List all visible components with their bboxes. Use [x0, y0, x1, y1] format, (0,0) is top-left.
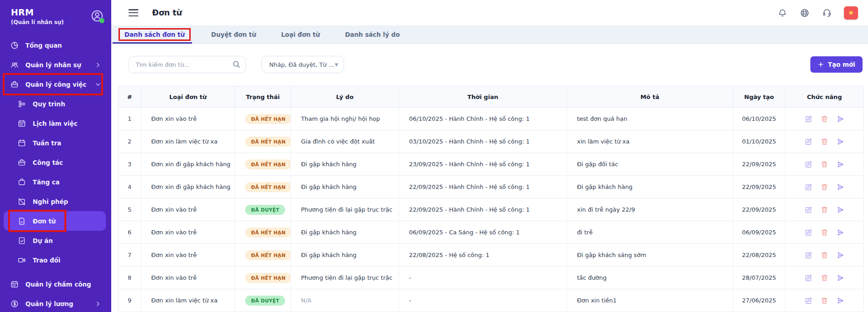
cell-status: ĐÃ HẾT HẠN: [235, 130, 291, 153]
cell-request-type: Đơn xin vào trễ: [141, 267, 235, 289]
sidebar-item-quan-ly-luong[interactable]: Quản lý lương: [4, 294, 106, 312]
sidebar-item-lich-lam-viec[interactable]: Lịch làm việc: [4, 114, 106, 133]
send-icon[interactable]: [836, 228, 844, 237]
cell-description: xin đi trễ ngày 22/9: [567, 198, 733, 221]
sidebar-item-quan-ly-cham-cong[interactable]: Quản lý chấm công: [4, 274, 106, 294]
vietnam-flag-icon[interactable]: ★: [844, 6, 858, 20]
cell-time: 22/08/2025 - Hệ số công: 1: [399, 244, 567, 266]
sidebar-item-label: Tuần tra: [33, 139, 61, 147]
headset-icon[interactable]: [822, 8, 832, 18]
sidebar-item-cong-tac[interactable]: Công tác: [4, 153, 106, 172]
send-icon[interactable]: [836, 251, 844, 259]
edit-icon[interactable]: [804, 251, 813, 259]
cell-reason: Phương tiện đi lại gặp trục trặc: [291, 198, 399, 221]
column-header: Loại đơn từ: [141, 86, 235, 107]
send-icon[interactable]: [836, 297, 844, 305]
sidebar-item-label: Quản lý chấm công: [25, 281, 91, 288]
sidebar-item-nghi-phep[interactable]: Nghỉ phép: [4, 192, 106, 211]
cell-row-number: 2: [118, 130, 141, 153]
send-icon[interactable]: [836, 206, 844, 214]
cell-description: Đơn xin tiền1: [567, 289, 733, 312]
cell-created-date: 27/06/2025: [733, 289, 785, 312]
sidebar-item-quy-trinh[interactable]: Quy trình: [4, 94, 106, 114]
trash-icon[interactable]: [820, 183, 829, 191]
calendar-grid-icon: [10, 280, 19, 289]
sidebar: HRM (Quản lí nhân sự) Tổng quanQuản lý n…: [0, 0, 111, 312]
sidebar-item-quan-ly-cong-viec[interactable]: Quản lý công việc: [4, 74, 106, 94]
trash-icon[interactable]: [820, 206, 829, 214]
cell-reason: N/A: [291, 289, 399, 312]
workflow-icon: [17, 99, 26, 109]
column-header: Lý do: [291, 86, 399, 107]
trash-icon[interactable]: [820, 251, 829, 259]
trash-icon[interactable]: [820, 228, 829, 237]
search-box: [128, 56, 246, 73]
cell-reason: Đi gặp khách hàng: [291, 221, 399, 243]
send-icon[interactable]: [836, 160, 844, 168]
tab-duyet-don-tu[interactable]: Duyệt đơn từ: [207, 25, 261, 44]
calendar-icon: [17, 139, 26, 148]
trash-icon[interactable]: [820, 138, 829, 146]
tab-loai-don-tu[interactable]: Loại đơn từ: [276, 25, 325, 44]
cell-description: đi trễ: [567, 221, 733, 243]
create-new-button[interactable]: + Tạo mới: [810, 56, 863, 73]
search-input[interactable]: [128, 56, 246, 73]
sidebar-item-label: Quản lý nhân sự: [25, 61, 81, 69]
send-icon[interactable]: [836, 183, 844, 191]
bell-icon[interactable]: [777, 8, 787, 18]
status-badge: ĐÃ HẾT HẠN: [245, 114, 291, 124]
cell-status: ĐÃ DUYỆT: [235, 198, 291, 221]
cell-reason: Gia đình có việc đột xuất: [291, 130, 399, 153]
sidebar-item-tong-quan[interactable]: Tổng quan: [4, 35, 106, 55]
trash-icon[interactable]: [820, 115, 829, 123]
status-filter-select[interactable]: Nháp, Đã duyệt, Từ ... ▼: [261, 56, 344, 73]
edit-icon[interactable]: [804, 115, 813, 123]
trash-icon[interactable]: [820, 297, 829, 305]
edit-icon[interactable]: [804, 274, 813, 282]
edit-icon[interactable]: [804, 138, 813, 146]
cell-description: Đi gặp đối tác: [567, 153, 733, 175]
sidebar-item-quan-ly-nhan-su[interactable]: Quản lý nhân sự: [4, 55, 106, 74]
app-title: HRM: [11, 7, 102, 17]
status-badge: ĐÃ HẾT HẠN: [245, 228, 291, 238]
cell-time: 06/10/2025 - Hành Chính - Hệ số công: 1: [399, 108, 567, 130]
page-title: Đơn từ: [152, 8, 182, 17]
edit-icon[interactable]: [804, 297, 813, 305]
sidebar-item-tang-ca[interactable]: Tăng ca: [4, 172, 106, 192]
cell-reason: Đi gặp khách hàng: [291, 176, 399, 198]
users-icon: [10, 60, 19, 69]
trash-icon[interactable]: [820, 160, 829, 168]
tab-danh-sach-ly-do[interactable]: Danh sách lý do: [340, 25, 404, 44]
chevron-right-icon: [95, 301, 101, 307]
table-row: 4Đơn xin đi gặp khách hàngĐÃ HẾT HẠNĐi g…: [118, 176, 863, 198]
cell-row-number: 8: [118, 267, 141, 289]
tab-danh-sach-don-tu[interactable]: Danh sách đơn từ: [118, 25, 191, 44]
document-icon: [17, 217, 26, 226]
cell-created-date: 28/07/2025: [733, 267, 785, 289]
send-icon[interactable]: [836, 138, 844, 146]
sidebar-item-label: Quản lý công việc: [25, 81, 86, 88]
send-icon[interactable]: [836, 274, 844, 282]
edit-icon[interactable]: [804, 183, 813, 191]
trash-icon[interactable]: [820, 274, 829, 282]
tab-label: Loại đơn từ: [276, 30, 325, 40]
status-badge: ĐÃ DUYỆT: [245, 296, 285, 306]
globe-icon[interactable]: [799, 8, 809, 18]
table-row: 6Đơn xin vào trễĐÃ HẾT HẠNĐi gặp khách h…: [118, 221, 863, 244]
requests-table: #Loại đơn từTrạng tháiLý doThời gianMô t…: [118, 86, 864, 312]
cell-request-type: Đơn xin làm việc từ xa: [141, 130, 235, 153]
sidebar-item-don-tu[interactable]: Đơn từ: [4, 211, 106, 231]
sidebar-item-trao-doi[interactable]: Trao đổi: [4, 250, 106, 270]
edit-icon[interactable]: [804, 160, 813, 168]
cell-row-number: 3: [118, 153, 141, 175]
cell-time: 23/09/2025 - Hành Chính - Hệ số công: 1: [399, 153, 567, 175]
edit-icon[interactable]: [804, 228, 813, 237]
sidebar-item-du-an[interactable]: Dự án: [4, 231, 106, 250]
send-icon[interactable]: [836, 115, 844, 123]
cell-time: -: [399, 289, 567, 312]
filter-row: Nháp, Đã duyệt, Từ ... ▼ + Tạo mới: [118, 56, 863, 73]
edit-icon[interactable]: [804, 206, 813, 214]
menu-icon[interactable]: [128, 9, 138, 16]
user-circle-icon[interactable]: [90, 9, 104, 23]
sidebar-item-tuan-tra[interactable]: Tuần tra: [4, 133, 106, 153]
